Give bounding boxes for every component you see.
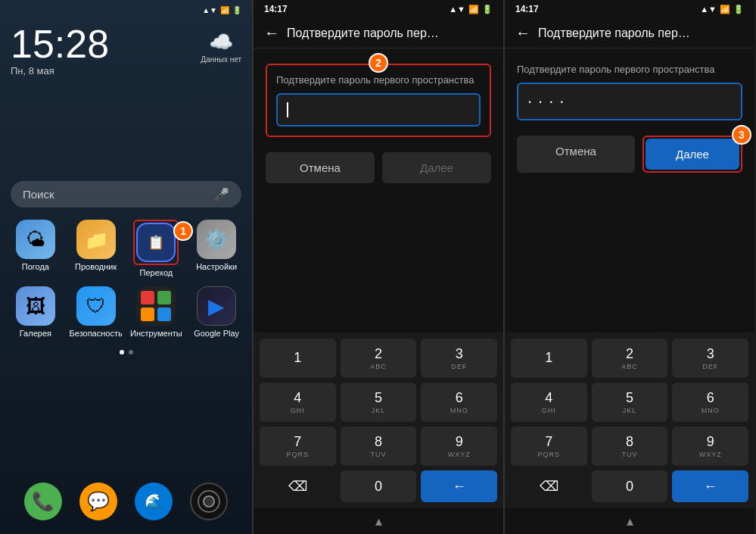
middle-password-field[interactable]	[276, 93, 481, 126]
key-5[interactable]: 5JKL	[341, 383, 417, 422]
r-key-1[interactable]: 1	[511, 339, 587, 378]
migrate-app-icon: 📋	[136, 223, 176, 262]
page-dots	[0, 350, 252, 354]
middle-status-icons: ▲▼ 📶 🔋	[449, 5, 493, 14]
app-grid-row1: 🌤 Погода 📁 Проводник 📋 Переход 1 ⚙️ Наст…	[0, 220, 252, 277]
weather-widget: ☁️ Данных нет	[201, 30, 241, 64]
middle-content: 2 Подтвердите пароль первого пространств…	[254, 48, 503, 333]
app-files[interactable]: 📁 Проводник	[68, 220, 124, 277]
dot-2	[129, 350, 133, 354]
middle-back-button[interactable]: ←	[264, 24, 279, 42]
r-key-0[interactable]: 0	[592, 470, 668, 502]
dot-1	[120, 350, 124, 354]
right-btn-row: Отмена 3 Далее	[517, 136, 742, 173]
r-key-4[interactable]: 4GHI	[511, 383, 587, 422]
right-next-wrapper: 3 Далее	[642, 136, 742, 173]
right-next-red-box: Далее	[642, 136, 742, 173]
right-top-bar: ← Подтвердите пароль пер…	[505, 18, 754, 48]
settings-app-icon: ⚙️	[197, 220, 236, 259]
r-key-7[interactable]: 7PQRS	[511, 426, 587, 466]
app-grid-row2: 🖼 Галерея 🛡 Безопасность Инструменты ▶ G…	[0, 286, 252, 338]
middle-top-bar: ← Подтвердите пароль пер…	[254, 18, 503, 48]
files-app-icon: 📁	[76, 220, 116, 259]
bottom-dock: 📞 💬 🌊	[0, 476, 252, 526]
key-0[interactable]: 0	[341, 470, 417, 502]
r-key-5[interactable]: 5JKL	[592, 383, 668, 422]
key-8[interactable]: 8TUV	[341, 426, 417, 466]
wifi-icon: 📶	[220, 6, 229, 14]
r-key-8[interactable]: 8TUV	[592, 426, 668, 466]
middle-btn-row: Отмена Далее	[266, 152, 491, 183]
play-app-icon: ▶	[197, 286, 236, 326]
settings-app-label: Настройки	[196, 262, 237, 271]
signal-bars: ▲▼	[449, 5, 465, 14]
app-tools[interactable]: Инструменты	[129, 286, 185, 338]
middle-next-button[interactable]: Далее	[382, 152, 491, 183]
right-panel: 14:17 ▲▼ 📶 🔋 ← Подтвердите пароль пер… П…	[505, 0, 754, 534]
weather-label: Данных нет	[201, 55, 241, 64]
right-status-icons: ▲▼ 📶 🔋	[700, 5, 744, 14]
dock-msg[interactable]: 💬	[79, 482, 117, 520]
signal-icon: ▲▼	[202, 6, 217, 14]
middle-panel: 14:17 ▲▼ 📶 🔋 ← Подтвердите пароль пер… 2…	[254, 0, 505, 534]
key-4[interactable]: 4GHI	[260, 383, 336, 422]
gallery-app-icon: 🖼	[16, 286, 55, 326]
middle-title: Подтвердите пароль пер…	[287, 27, 439, 40]
r-key-6[interactable]: 6MNO	[672, 383, 748, 422]
gallery-app-label: Галерея	[20, 329, 51, 338]
key-7[interactable]: 7PQRS	[260, 426, 336, 466]
r-key-3[interactable]: 3DEF	[672, 339, 748, 378]
home-date: Пн, 8 мая	[0, 65, 252, 83]
wifi-icon-right: 📶	[720, 5, 730, 14]
right-password-field[interactable]: ····	[517, 83, 742, 120]
middle-status-time: 14:17	[264, 4, 288, 14]
app-play[interactable]: ▶ Google Play	[188, 286, 244, 338]
password-dots: ····	[527, 92, 570, 111]
app-gallery[interactable]: 🖼 Галерея	[8, 286, 64, 338]
app-weather[interactable]: 🌤 Погода	[8, 220, 64, 277]
back-triangle[interactable]: ▴	[375, 513, 382, 529]
r-key-2[interactable]: 2ABC	[592, 339, 668, 378]
mic-icon[interactable]: 🎤	[214, 187, 229, 201]
weather-app-label: Погода	[22, 262, 49, 271]
key-2[interactable]: 2ABC	[341, 339, 417, 378]
right-nav-bar: ▴	[505, 508, 754, 534]
key-3[interactable]: 3DEF	[421, 339, 497, 378]
weather-app-icon: 🌤	[16, 220, 55, 259]
tools-app-icon	[136, 286, 176, 326]
right-back-triangle[interactable]: ▴	[627, 513, 633, 529]
right-back-button[interactable]: ←	[515, 24, 530, 42]
right-next-button[interactable]: Далее	[646, 139, 739, 170]
key-1[interactable]: 1	[260, 339, 336, 378]
r-key-9[interactable]: 9WXYZ	[672, 426, 748, 466]
r-key-enter[interactable]: ←	[672, 470, 748, 502]
migrate-app-label: Переход	[140, 268, 173, 277]
app-settings[interactable]: ⚙️ Настройки	[188, 220, 244, 277]
right-status-time: 14:17	[515, 4, 539, 14]
dock-phone[interactable]: 📞	[24, 482, 62, 520]
battery-icon-right: 🔋	[733, 5, 744, 14]
middle-confirm-wrapper: 2 Подтвердите пароль первого пространств…	[266, 64, 491, 137]
key-enter[interactable]: ←	[421, 470, 497, 502]
right-content: Подтвердите пароль первого пространства …	[505, 48, 754, 333]
battery-icon-mid: 🔋	[482, 5, 493, 14]
key-9[interactable]: 9WXYZ	[421, 426, 497, 466]
r-key-backspace[interactable]: ⌫	[511, 470, 587, 502]
middle-cancel-button[interactable]: Отмена	[266, 152, 375, 183]
files-app-label: Проводник	[75, 262, 117, 271]
dock-camera[interactable]	[190, 482, 228, 520]
wifi-icon-mid: 📶	[468, 5, 479, 14]
right-numpad: 1 2ABC 3DEF 4GHI 5JKL 6MNO 7PQRS 8TUV 9W…	[505, 333, 754, 508]
key-backspace[interactable]: ⌫	[260, 470, 336, 502]
middle-nav-bar: ▴	[254, 508, 503, 534]
signal-bars-right: ▲▼	[700, 5, 717, 14]
app-migrate[interactable]: 📋 Переход 1	[129, 220, 185, 277]
right-title: Подтвердите пароль пер…	[538, 27, 690, 40]
key-6[interactable]: 6MNO	[421, 383, 497, 422]
right-cancel-button[interactable]: Отмена	[517, 136, 635, 173]
search-bar[interactable]: Поиск 🎤	[11, 181, 241, 208]
right-confirm-label: Подтвердите пароль первого пространства	[517, 64, 742, 75]
app-security[interactable]: 🛡 Безопасность	[68, 286, 124, 338]
dock-edge[interactable]: 🌊	[135, 482, 173, 520]
security-app-label: Безопасность	[70, 329, 123, 338]
